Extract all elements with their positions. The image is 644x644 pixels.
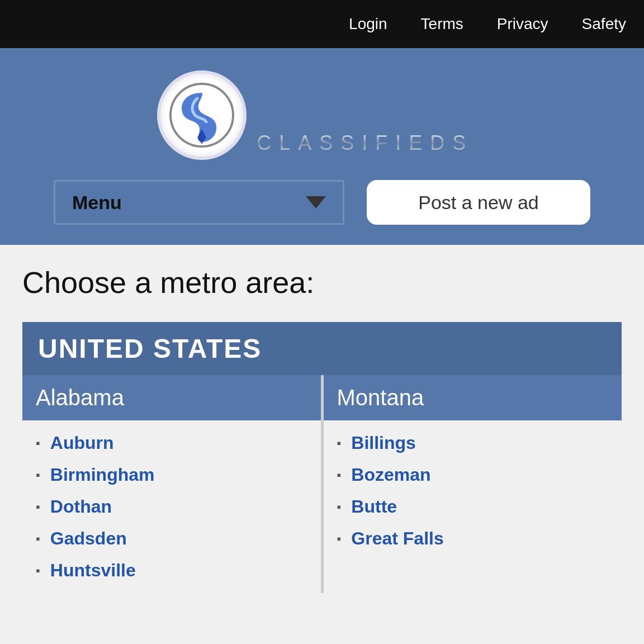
city-link-auburn[interactable]: Auburn <box>50 433 114 453</box>
list-item: Great Falls <box>324 523 622 555</box>
city-link-billings[interactable]: Billings <box>351 433 416 453</box>
state-header-alabama: Alabama <box>22 375 321 420</box>
country-section: UNITED STATES Alabama Auburn Birmingham … <box>22 322 622 593</box>
city-link-huntsville[interactable]: Huntsville <box>50 560 136 581</box>
top-nav: Login Terms Privacy Safety <box>0 0 644 48</box>
state-column-montana: Montana Billings Bozeman Butte Great Fal… <box>324 375 622 593</box>
state-column-alabama: Alabama Auburn Birmingham Dothan Gadsden… <box>22 375 321 593</box>
list-item: Billings <box>324 427 622 459</box>
city-list-alabama: Auburn Birmingham Dothan Gadsden Huntsvi… <box>22 420 321 593</box>
login-link[interactable]: Login <box>349 15 387 33</box>
toolbar: Menu Post a new ad <box>54 180 590 225</box>
city-link-birmingham[interactable]: Birmingham <box>50 465 155 485</box>
main-content: Choose a metro area: UNITED STATES Alaba… <box>0 245 644 613</box>
menu-label: Menu <box>72 192 122 214</box>
list-item: Gadsden <box>22 523 321 555</box>
terms-link[interactable]: Terms <box>421 15 463 33</box>
logo-classifieds-text: CLASSIFIEDS <box>257 133 487 153</box>
list-item: Huntsville <box>22 555 321 586</box>
city-link-great-falls[interactable]: Great Falls <box>351 528 443 549</box>
country-header: UNITED STATES <box>22 322 622 375</box>
state-name-montana: Montana <box>337 385 424 410</box>
privacy-link[interactable]: Privacy <box>497 15 548 33</box>
list-item: Butte <box>324 491 622 523</box>
city-list-montana: Billings Bozeman Butte Great Falls <box>324 420 622 561</box>
states-container: Alabama Auburn Birmingham Dothan Gadsden… <box>22 375 622 593</box>
logo-area: STACKS CLASSIFIEDS <box>157 70 487 160</box>
state-name-alabama: Alabama <box>36 385 124 410</box>
list-item: Auburn <box>22 427 321 459</box>
post-ad-button[interactable]: Post a new ad <box>367 180 590 225</box>
dropdown-arrow-icon <box>306 196 326 209</box>
logo-icon <box>157 70 247 160</box>
city-link-dothan[interactable]: Dothan <box>50 496 112 517</box>
logo-text: STACKS CLASSIFIEDS <box>257 77 487 153</box>
state-header-montana: Montana <box>324 375 622 420</box>
country-title: UNITED STATES <box>38 334 262 363</box>
list-item: Dothan <box>22 491 321 523</box>
page-title: Choose a metro area: <box>22 265 622 300</box>
city-link-butte[interactable]: Butte <box>351 496 397 517</box>
site-header: STACKS CLASSIFIEDS Menu Post a new ad <box>0 48 644 245</box>
city-link-gadsden[interactable]: Gadsden <box>50 528 127 549</box>
menu-dropdown[interactable]: Menu <box>54 180 344 225</box>
logo-stacks-text: STACKS <box>257 77 487 131</box>
city-link-bozeman[interactable]: Bozeman <box>351 465 430 485</box>
list-item: Birmingham <box>22 459 321 491</box>
safety-link[interactable]: Safety <box>582 15 626 33</box>
list-item: Bozeman <box>324 459 622 491</box>
